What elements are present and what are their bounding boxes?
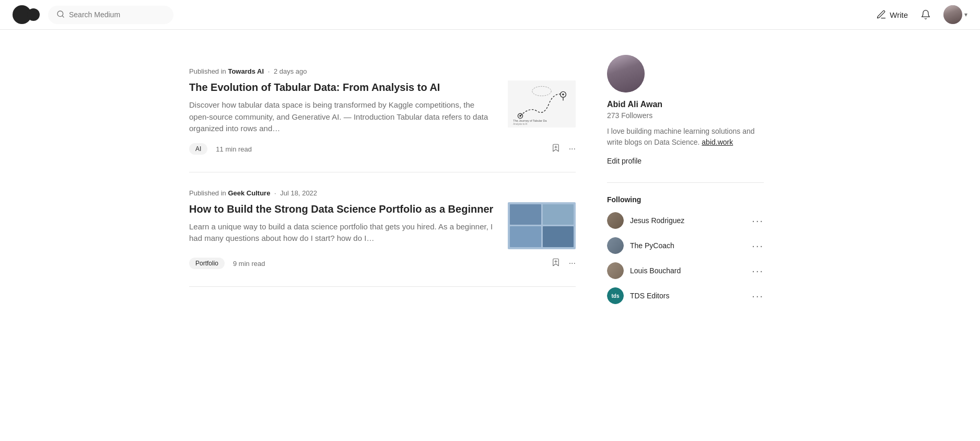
- following-avatar: [607, 237, 624, 254]
- article-footer: Portfolio 9 min read ···: [189, 258, 576, 270]
- thumb-block: [510, 204, 541, 225]
- write-button[interactable]: Write: [876, 9, 908, 20]
- following-name[interactable]: TDS Editors: [630, 292, 752, 300]
- medium-logo[interactable]: [13, 5, 40, 24]
- following-more-options[interactable]: ···: [752, 215, 764, 227]
- bookmark-button[interactable]: [551, 143, 561, 155]
- following-item: The PyCoach ···: [607, 237, 764, 254]
- following-avatar-image: [607, 212, 624, 229]
- article-excerpt: Discover how tabular data space is being…: [189, 99, 495, 135]
- notifications-button[interactable]: [920, 9, 931, 20]
- following-more-options[interactable]: ···: [752, 290, 764, 302]
- portfolio-thumb: [508, 202, 576, 249]
- profile-followers: 273 Followers: [607, 111, 764, 120]
- profile-bio-link[interactable]: abid.work: [702, 138, 733, 146]
- publication-link[interactable]: Towards AI: [228, 67, 264, 75]
- time-ago: Jul 18, 2022: [280, 189, 317, 197]
- svg-text:Analysis to AI: Analysis to AI: [513, 123, 527, 125]
- meta-dot: ·: [274, 189, 276, 197]
- following-more-options[interactable]: ···: [752, 265, 764, 277]
- profile-avatar-image: [607, 55, 645, 92]
- following-item: Louis Bouchard ···: [607, 262, 764, 279]
- following-avatar-image: tds: [607, 287, 624, 304]
- article-title[interactable]: How to Build the Strong Data Science Por…: [189, 202, 495, 216]
- article-actions: ···: [551, 143, 576, 155]
- article-card: Published in Geek Culture · Jul 18, 2022…: [189, 172, 576, 287]
- svg-point-5: [562, 94, 564, 96]
- following-section: Following Jesus Rodriguez ··· The PyCoac…: [607, 182, 764, 304]
- user-menu[interactable]: ▾: [943, 5, 967, 24]
- main-layout: Published in Towards AI · 2 days ago The…: [177, 30, 803, 312]
- profile-name: Abid Ali Awan: [607, 100, 764, 109]
- following-title: Following: [607, 195, 764, 204]
- more-options-button[interactable]: ···: [569, 259, 576, 268]
- logo-circles: [13, 5, 40, 24]
- logo-circle-small: [27, 8, 40, 21]
- meta-dot: ·: [268, 67, 270, 75]
- following-avatar: [607, 262, 624, 279]
- following-avatar: tds: [607, 287, 624, 304]
- search-bar[interactable]: Search Medium: [48, 6, 173, 24]
- following-avatar-image: [607, 262, 624, 279]
- following-item: tds TDS Editors ···: [607, 287, 764, 304]
- more-options-button[interactable]: ···: [569, 144, 576, 154]
- thumb-block: [543, 226, 574, 247]
- following-name[interactable]: Jesus Rodriguez: [630, 216, 752, 225]
- article-card: Published in Towards AI · 2 days ago The…: [189, 51, 576, 172]
- search-icon: [56, 10, 65, 20]
- user-menu-chevron: ▾: [964, 11, 967, 18]
- sidebar: Abid Ali Awan 273 Followers I love build…: [607, 51, 764, 312]
- user-avatar: [943, 5, 962, 24]
- article-excerpt: Learn a unique way to build a data scien…: [189, 221, 495, 245]
- article-text: How to Build the Strong Data Science Por…: [189, 202, 495, 245]
- tabular-thumb: The Journey of Tabular Da Analysis to AI: [508, 80, 576, 127]
- article-title[interactable]: The Evolution of Tabular Data: From Anal…: [189, 80, 495, 94]
- header-right: Write ▾: [876, 5, 967, 24]
- following-avatar: [607, 212, 624, 229]
- following-name[interactable]: The PyCoach: [630, 241, 752, 250]
- article-actions: ···: [551, 258, 576, 270]
- profile-avatar: [607, 55, 645, 92]
- article-body: The Evolution of Tabular Data: From Anal…: [189, 80, 576, 135]
- read-time: 11 min read: [216, 145, 252, 153]
- search-placeholder: Search Medium: [69, 10, 120, 19]
- svg-line-1: [62, 16, 64, 17]
- article-footer: AI 11 min read ···: [189, 143, 576, 155]
- publication-link[interactable]: Geek Culture: [228, 189, 270, 197]
- article-body: How to Build the Strong Data Science Por…: [189, 202, 576, 249]
- edit-profile-button[interactable]: Edit profile: [607, 157, 641, 165]
- article-text: The Evolution of Tabular Data: From Anal…: [189, 80, 495, 135]
- profile-section: Abid Ali Awan 273 Followers I love build…: [607, 55, 764, 166]
- published-in-label: Published in: [189, 189, 228, 197]
- bookmark-button[interactable]: [551, 258, 561, 270]
- header: Search Medium Write ▾: [0, 0, 980, 30]
- following-avatar-image: [607, 237, 624, 254]
- read-time: 9 min read: [233, 260, 265, 268]
- article-feed: Published in Towards AI · 2 days ago The…: [189, 51, 576, 312]
- article-meta: Published in Geek Culture · Jul 18, 2022: [189, 189, 576, 197]
- thumb-block: [543, 204, 574, 225]
- write-icon: [876, 9, 886, 20]
- thumb-block: [510, 226, 541, 247]
- time-ago: 2 days ago: [274, 67, 307, 75]
- published-in-label: Published in: [189, 67, 228, 75]
- write-label: Write: [890, 10, 908, 19]
- svg-text:The Journey of Tabular Da: The Journey of Tabular Da: [513, 119, 547, 122]
- article-tag[interactable]: AI: [189, 143, 207, 155]
- following-item: Jesus Rodriguez ···: [607, 212, 764, 229]
- article-thumbnail: The Journey of Tabular Da Analysis to AI: [508, 80, 576, 127]
- following-more-options[interactable]: ···: [752, 240, 764, 252]
- article-thumbnail: [508, 202, 576, 249]
- avatar-image: [943, 5, 962, 24]
- article-meta: Published in Towards AI · 2 days ago: [189, 67, 576, 75]
- svg-point-4: [519, 115, 521, 117]
- following-name[interactable]: Louis Bouchard: [630, 266, 752, 275]
- profile-bio: I love building machine learning solutio…: [607, 126, 764, 148]
- article-tag[interactable]: Portfolio: [189, 258, 225, 269]
